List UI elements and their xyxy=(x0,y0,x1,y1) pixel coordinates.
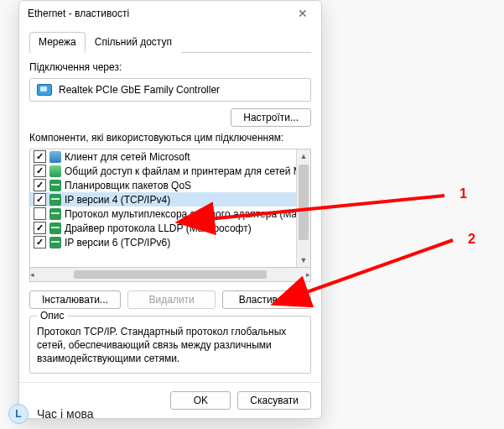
uninstall-button-label: Видалити xyxy=(149,294,195,306)
adapter-box: Realtek PCIe GbE Family Controller xyxy=(29,78,311,102)
checkbox[interactable] xyxy=(34,236,46,249)
component-item[interactable]: IP версии 4 (TCP/IPv4) xyxy=(30,192,310,207)
description-legend: Опис xyxy=(37,310,68,322)
cancel-button[interactable]: Скасувати xyxy=(237,391,311,410)
adapter-name: Realtek PCIe GbE Family Controller xyxy=(59,84,220,96)
uninstall-button: Видалити xyxy=(127,290,216,309)
component-label: IP версии 6 (TCP/IPv6) xyxy=(65,237,170,249)
protocol-icon xyxy=(49,194,61,206)
scroll-down-icon[interactable]: ▼ xyxy=(297,254,310,267)
client-icon xyxy=(49,151,61,163)
component-label: Планировщик пакетов QoS xyxy=(65,180,191,191)
annotation-label-2: 2 xyxy=(468,232,475,247)
checkbox[interactable] xyxy=(34,193,46,206)
tab-sharing[interactable]: Спільний доступ xyxy=(86,32,181,53)
component-item[interactable]: Планировщик пакетов QoS xyxy=(30,178,310,192)
checkbox[interactable] xyxy=(34,150,46,163)
description-group: Опис Протокол TCP/IP. Стандартный проток… xyxy=(29,316,311,374)
component-item[interactable]: Клиент для сетей Microsoft xyxy=(30,149,310,164)
network-adapter-icon xyxy=(37,84,52,96)
globe-clock-icon-letter: L xyxy=(15,408,21,420)
ok-button[interactable]: OK xyxy=(170,391,231,410)
settings-item-time-language[interactable]: L Час і мова xyxy=(8,404,93,424)
component-label: Протокол мультиплексора сетевого адаптер… xyxy=(65,208,297,220)
component-label: IP версии 4 (TCP/IPv4) xyxy=(65,194,170,206)
properties-button[interactable]: Властивості xyxy=(222,290,311,309)
tab-network[interactable]: Мережа xyxy=(29,32,86,53)
protocol-icon xyxy=(49,208,61,220)
checkbox[interactable] xyxy=(34,222,46,234)
install-button-label: Інсталювати... xyxy=(42,294,108,306)
component-item[interactable]: Драйвер протокола LLDP (Майкрософт) xyxy=(30,221,310,235)
scroll-thumb-vertical[interactable] xyxy=(299,165,309,240)
ok-button-label: OK xyxy=(194,395,208,406)
globe-clock-icon: L xyxy=(8,404,29,424)
tab-bar: Мережа Спільний доступ xyxy=(29,31,311,53)
scroll-right-icon[interactable]: ▸ xyxy=(306,268,310,281)
configure-button-label: Настроїти... xyxy=(243,112,299,123)
configure-button[interactable]: Настроїти... xyxy=(231,108,311,127)
settings-item-label: Час і мова xyxy=(37,407,93,421)
component-label: Драйвер протокола LLDP (Майкрософт) xyxy=(65,222,252,234)
component-item[interactable]: IP версии 6 (TCP/IPv6) xyxy=(30,235,310,249)
protocol-icon xyxy=(49,180,61,191)
tab-sharing-label: Спільний доступ xyxy=(95,36,172,48)
checkbox[interactable] xyxy=(34,207,46,220)
close-icon[interactable]: ✕ xyxy=(291,3,314,24)
properties-dialog: Ethernet - властивості ✕ Мережа Спільний… xyxy=(18,0,322,419)
component-label: Клиент для сетей Microsoft xyxy=(65,151,190,163)
protocol-icon xyxy=(49,237,61,249)
install-button[interactable]: Інсталювати... xyxy=(29,290,121,309)
scrollbar-horizontal[interactable]: ◂ ▸ xyxy=(29,268,311,282)
scrollbar-vertical[interactable]: ▲ ▼ xyxy=(296,149,310,267)
checkbox[interactable] xyxy=(34,165,46,177)
component-item[interactable]: Протокол мультиплексора сетевого адаптер… xyxy=(30,207,310,221)
scroll-thumb-horizontal[interactable] xyxy=(74,270,267,279)
cancel-button-label: Скасувати xyxy=(250,395,299,406)
properties-button-label: Властивості xyxy=(239,294,295,306)
scroll-left-icon[interactable]: ◂ xyxy=(30,268,34,281)
titlebar: Ethernet - властивості ✕ xyxy=(19,1,321,26)
file-share-icon xyxy=(49,165,61,177)
window-title: Ethernet - властивості xyxy=(28,8,129,19)
connect-using-label: Підключення через: xyxy=(29,61,311,73)
component-item[interactable]: Общий доступ к файлам и принтерам для се… xyxy=(30,164,310,178)
component-label: Общий доступ к файлам и принтерам для се… xyxy=(65,165,304,177)
components-label: Компоненти, які використовуються цим під… xyxy=(29,132,311,144)
svg-line-1 xyxy=(302,240,453,294)
checkbox[interactable] xyxy=(34,179,46,191)
annotation-label-1: 1 xyxy=(460,186,467,201)
description-text: Протокол TCP/IP. Стандартный протокол гл… xyxy=(37,325,304,366)
protocol-icon xyxy=(49,222,61,234)
scroll-up-icon[interactable]: ▲ xyxy=(297,149,310,163)
components-list[interactable]: Клиент для сетей MicrosoftОбщий доступ к… xyxy=(29,149,311,268)
tab-network-label: Мережа xyxy=(39,36,76,48)
